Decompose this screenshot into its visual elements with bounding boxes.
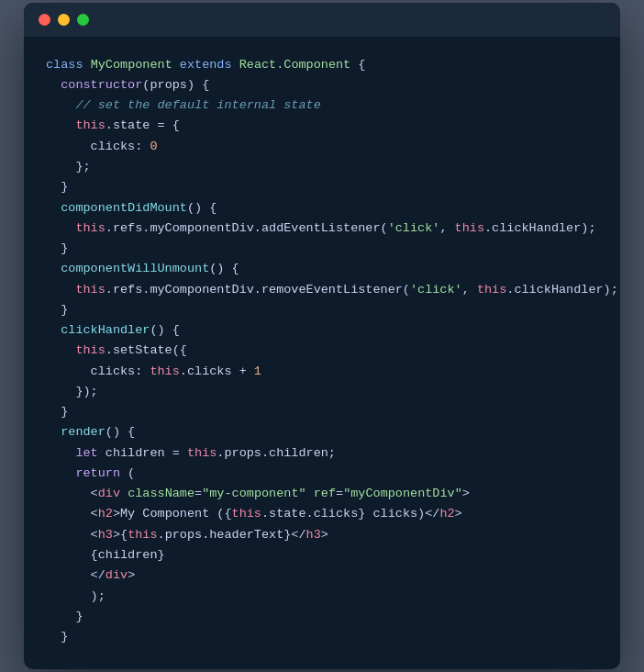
code-line: }	[46, 300, 598, 320]
code-line: this.refs.myComponentDiv.removeEventList…	[46, 280, 598, 300]
code-line: this.state = {	[46, 116, 598, 136]
code-line: let children = this.props.children;	[46, 443, 598, 464]
code-line: }	[46, 177, 598, 197]
code-line: };	[46, 157, 598, 177]
code-line: <div className="my-component" ref="myCom…	[46, 484, 598, 504]
code-line: clicks: this.clicks + 1	[46, 362, 598, 382]
code-line: clicks: 0	[46, 137, 598, 157]
code-line: this.setState({	[46, 341, 598, 361]
code-line: {children}	[46, 545, 598, 566]
maximize-button[interactable]	[77, 14, 89, 26]
code-line: class MyComponent extends React.Componen…	[46, 55, 598, 75]
code-line: componentWillUnmount() {	[46, 259, 598, 279]
code-line: </div>	[46, 566, 598, 586]
code-window: class MyComponent extends React.Componen…	[24, 3, 620, 670]
code-editor: class MyComponent extends React.Componen…	[24, 37, 620, 670]
code-line: }	[46, 607, 598, 627]
code-line: render() {	[46, 422, 598, 442]
close-button[interactable]	[39, 14, 50, 26]
code-line: }	[46, 402, 598, 422]
code-line: });	[46, 382, 598, 402]
code-line: clickHandler() {	[46, 320, 598, 341]
code-line: }	[46, 627, 598, 647]
code-line: <h2>My Component ({this.state.clicks} cl…	[46, 504, 598, 524]
code-line: this.refs.myComponentDiv.addEventListene…	[46, 218, 598, 239]
code-line: );	[46, 587, 598, 607]
code-line: return (	[46, 464, 598, 484]
code-line: constructor(props) {	[46, 75, 598, 95]
code-line: }	[46, 239, 598, 259]
titlebar	[24, 3, 620, 37]
code-line: <h3>{this.props.headerText}</h3>	[46, 525, 598, 545]
code-line: componentDidMount() {	[46, 198, 598, 218]
minimize-button[interactable]	[58, 14, 70, 26]
code-line: // set the default internal state	[46, 95, 598, 116]
